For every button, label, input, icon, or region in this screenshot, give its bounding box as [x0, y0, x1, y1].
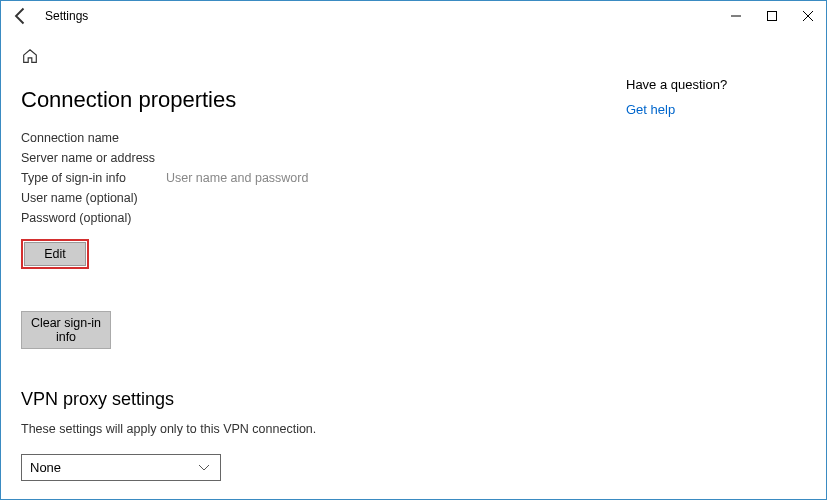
page-heading: Connection properties	[21, 87, 521, 113]
prop-signin-type: Type of sign-in info User name and passw…	[21, 171, 521, 185]
proxy-dropdown[interactable]: None	[21, 454, 221, 481]
chevron-down-icon	[198, 460, 210, 475]
prop-connection-name: Connection name	[21, 131, 521, 145]
minimize-icon	[731, 11, 741, 21]
main-column: Connection properties Connection name Se…	[21, 47, 521, 500]
dropdown-value: None	[30, 460, 61, 475]
proxy-heading: VPN proxy settings	[21, 389, 521, 410]
prop-label: Connection name	[21, 131, 166, 145]
edit-highlight: Edit	[21, 239, 89, 269]
home-row	[21, 47, 521, 69]
maximize-button[interactable]	[754, 1, 790, 31]
close-button[interactable]	[790, 1, 826, 31]
edit-button[interactable]: Edit	[24, 242, 86, 266]
prop-label: Server name or address	[21, 151, 166, 165]
prop-username: User name (optional)	[21, 191, 521, 205]
back-button[interactable]	[11, 6, 31, 26]
help-heading: Have a question?	[626, 77, 796, 92]
clear-signin-button[interactable]: Clear sign-in info	[21, 311, 111, 349]
close-icon	[803, 11, 813, 21]
window-controls	[718, 1, 826, 31]
side-column: Have a question? Get help	[626, 47, 796, 500]
prop-label: Password (optional)	[21, 211, 166, 225]
titlebar: Settings	[1, 1, 826, 31]
content-area: Connection properties Connection name Se…	[1, 31, 826, 500]
prop-value: User name and password	[166, 171, 308, 185]
titlebar-left: Settings	[11, 6, 88, 26]
prop-label: Type of sign-in info	[21, 171, 166, 185]
svg-rect-1	[768, 12, 777, 21]
home-icon[interactable]	[21, 47, 39, 65]
maximize-icon	[767, 11, 777, 21]
minimize-button[interactable]	[718, 1, 754, 31]
window-title: Settings	[45, 9, 88, 23]
arrow-left-icon	[11, 6, 31, 26]
prop-label: User name (optional)	[21, 191, 166, 205]
prop-server-address: Server name or address	[21, 151, 521, 165]
get-help-link[interactable]: Get help	[626, 102, 796, 117]
prop-password: Password (optional)	[21, 211, 521, 225]
proxy-description: These settings will apply only to this V…	[21, 422, 521, 436]
